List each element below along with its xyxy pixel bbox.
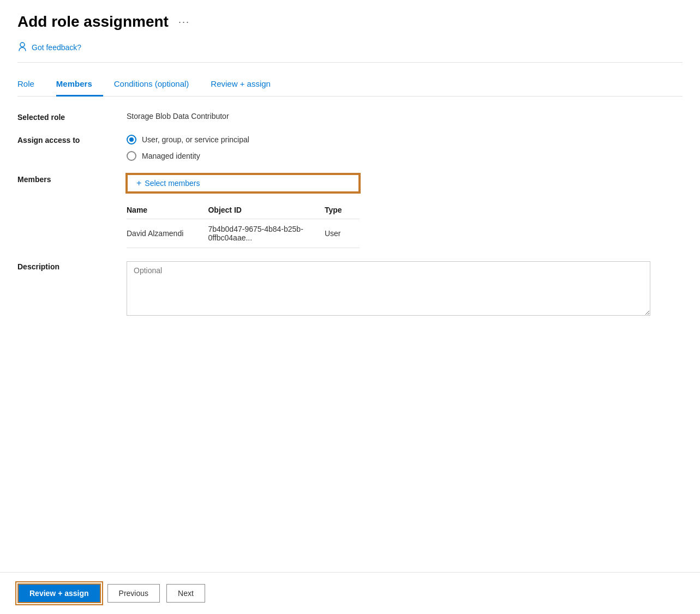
member-object-id: 7b4b0d47-9675-4b84-b25b-0ffbc04aae... [208, 219, 325, 248]
members-table-container: Name Object ID Type David Alzamendi 7b4b… [127, 201, 360, 248]
radio-user-group-label: User, group, or service principal [142, 135, 249, 144]
col-header-name: Name [127, 201, 208, 219]
description-textarea[interactable] [127, 261, 650, 316]
selected-role-label: Selected role [17, 112, 127, 122]
svg-point-0 [20, 43, 25, 47]
members-form-value: + Select members Name Object ID Type [127, 174, 360, 248]
tab-review-assign[interactable]: Review + assign [211, 74, 282, 97]
content-area: Selected role Storage Blob Data Contribu… [17, 112, 683, 614]
tabs-row: Role Members Conditions (optional) Revie… [17, 74, 683, 97]
next-button[interactable]: Next [166, 584, 205, 603]
members-label: Members [17, 174, 127, 184]
members-row: Members + Select members Name Object ID … [17, 174, 683, 248]
page-title: Add role assignment [17, 13, 169, 31]
selected-role-row: Selected role Storage Blob Data Contribu… [17, 112, 683, 122]
member-name: David Alzamendi [127, 219, 208, 248]
selected-role-value: Storage Blob Data Contributor [127, 112, 229, 121]
member-type: User [325, 219, 360, 248]
feedback-link[interactable]: Got feedback? [32, 43, 81, 52]
col-header-type: Type [325, 201, 360, 219]
select-members-label: Select members [145, 179, 200, 188]
bottom-bar: Review + assign Previous Next [0, 572, 700, 614]
plus-icon: + [136, 178, 141, 188]
radio-managed-identity[interactable]: Managed identity [127, 151, 249, 161]
tab-members[interactable]: Members [56, 74, 103, 97]
tab-role[interactable]: Role [17, 74, 45, 97]
radio-user-group[interactable]: User, group, or service principal [127, 135, 249, 145]
members-table: Name Object ID Type David Alzamendi 7b4b… [127, 201, 360, 248]
radio-managed-identity-circle [127, 151, 136, 161]
radio-managed-identity-label: Managed identity [142, 152, 200, 160]
assign-access-label: Assign access to [17, 135, 127, 145]
col-header-objectid: Object ID [208, 201, 325, 219]
feedback-icon [17, 41, 27, 53]
select-members-button[interactable]: + Select members [127, 174, 360, 192]
assign-access-options: User, group, or service principal Manage… [127, 135, 249, 161]
assign-access-row: Assign access to User, group, or service… [17, 135, 683, 161]
ellipsis-button[interactable]: ··· [175, 14, 193, 30]
description-row: Description [17, 261, 683, 316]
previous-button[interactable]: Previous [107, 584, 160, 603]
table-row: David Alzamendi 7b4b0d47-9675-4b84-b25b-… [127, 219, 360, 248]
tab-conditions[interactable]: Conditions (optional) [114, 74, 200, 97]
description-label: Description [17, 261, 127, 271]
radio-user-group-circle [127, 135, 136, 145]
review-assign-button[interactable]: Review + assign [17, 583, 101, 603]
